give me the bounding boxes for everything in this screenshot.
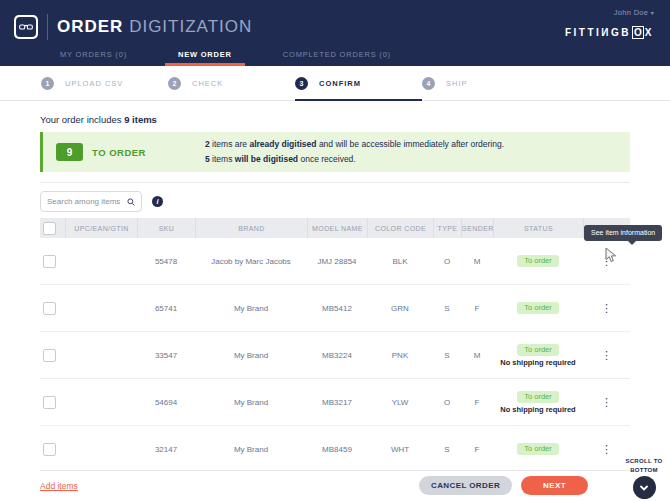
- cell-color-code: BLK: [367, 257, 433, 266]
- to-order-label: TO ORDER: [92, 147, 146, 158]
- cell-color-code: WHT: [367, 445, 433, 454]
- tab-completed-orders[interactable]: COMPLETED ORDERS (0): [281, 50, 393, 66]
- order-summary-alert: 9 TO ORDER 2 items are already digitised…: [40, 132, 630, 172]
- status-badge: To order: [517, 302, 559, 315]
- select-all-checkbox[interactable]: [43, 222, 56, 235]
- cell-brand: Jacob by Marc Jacobs: [195, 257, 307, 266]
- table-header-row: UPC/EAN/GTIN SKU BRAND MODEL NAME COLOR …: [40, 218, 630, 238]
- cell-brand: My Brand: [195, 398, 307, 407]
- glasses-logo-icon: [14, 15, 38, 39]
- cell-gender: M: [461, 257, 493, 266]
- column-header-brand: BRAND: [195, 218, 307, 238]
- main-tabs: MY ORDERS (0) NEW ORDER COMPLETED ORDERS…: [58, 50, 393, 66]
- cell-model: MB3217: [307, 398, 367, 407]
- logo-divider: [47, 14, 48, 40]
- column-header-model-name: MODEL NAME: [307, 218, 367, 238]
- cell-type: O: [433, 398, 461, 407]
- step-ship[interactable]: 4 SHIP: [422, 77, 549, 90]
- status-badge: To order: [517, 344, 559, 357]
- user-menu[interactable]: John Doe ▾: [565, 8, 654, 17]
- kebab-menu-icon[interactable]: ⋮: [601, 303, 612, 314]
- step-3-circle: 3: [295, 77, 308, 90]
- status-badge: To order: [517, 255, 559, 268]
- status-badge: To order: [517, 443, 559, 456]
- cell-type: S: [433, 445, 461, 454]
- cell-model: JMJ 28854: [307, 257, 367, 266]
- cell-type: S: [433, 351, 461, 360]
- top-bar: ORDER DIGITIZATION John Doe ▾ FITTIИGBOX…: [0, 0, 670, 66]
- column-header-sku: SKU: [137, 218, 195, 238]
- fittingbox-logo: FITTIИGBOX: [565, 26, 654, 39]
- cell-color-code: GRN: [367, 304, 433, 313]
- cell-sku: 33547: [137, 351, 195, 360]
- add-items-link[interactable]: Add items: [40, 481, 78, 491]
- kebab-menu-icon[interactable]: ⋮: [601, 397, 612, 408]
- kebab-menu-icon[interactable]: ⋮: [601, 444, 612, 455]
- scroll-to-bottom-button[interactable]: [633, 476, 656, 499]
- cell-model: MB3224: [307, 351, 367, 360]
- cell-brand: My Brand: [195, 445, 307, 454]
- row-checkbox[interactable]: [43, 443, 56, 456]
- shipping-note: No shipping required: [500, 406, 575, 414]
- digitisation-info-text: 2 items are already digitised and will b…: [205, 137, 504, 168]
- tab-my-orders[interactable]: MY ORDERS (0): [58, 50, 129, 66]
- column-header-color-code: COLOR CODE: [367, 218, 433, 238]
- column-header-gender: GENDER: [461, 218, 493, 238]
- scroll-to-bottom-label: SCROLL TO BOTTOM: [623, 457, 665, 474]
- row-checkbox[interactable]: [43, 302, 56, 315]
- scroll-to-bottom-widget: SCROLL TO BOTTOM: [623, 457, 665, 499]
- order-intro-text: Your order includes 9 items: [40, 114, 630, 125]
- table-row: 55478 Jacob by Marc Jacobs JMJ 28854 BLK…: [40, 238, 630, 285]
- table-row: 33547 My Brand MB3224 PNK S M To orderNo…: [40, 332, 630, 379]
- shipping-note: No shipping required: [500, 359, 575, 367]
- footer-bar: Add items CANCEL ORDER NEXT: [0, 470, 670, 501]
- step-2-circle: 2: [168, 77, 181, 90]
- column-header-type: TYPE: [433, 218, 461, 238]
- info-icon[interactable]: i: [152, 196, 163, 207]
- table-row: 54694 My Brand MB3217 YLW O F To orderNo…: [40, 379, 630, 426]
- cell-gender: M: [461, 351, 493, 360]
- cell-gender: F: [461, 445, 493, 454]
- cell-sku: 32147: [137, 445, 195, 454]
- step-1-circle: 1: [41, 77, 54, 90]
- step-upload-csv[interactable]: 1 UPLOAD CSV: [41, 77, 168, 90]
- cell-sku: 54694: [137, 398, 195, 407]
- cell-color-code: YLW: [367, 398, 433, 407]
- caret-down-icon: ▾: [651, 10, 654, 16]
- chevron-down-icon: [639, 483, 649, 493]
- row-checkbox[interactable]: [43, 349, 56, 362]
- cell-type: O: [433, 257, 461, 266]
- next-button[interactable]: NEXT: [521, 476, 588, 495]
- cell-gender: F: [461, 304, 493, 313]
- search-input[interactable]: [47, 197, 127, 206]
- row-checkbox[interactable]: [43, 255, 56, 268]
- user-name: John Doe: [614, 8, 649, 17]
- cell-color-code: PNK: [367, 351, 433, 360]
- cell-brand: My Brand: [195, 351, 307, 360]
- step-4-circle: 4: [422, 77, 435, 90]
- footer-divider: [40, 470, 630, 471]
- kebab-menu-icon[interactable]: ⋮: [601, 350, 612, 361]
- row-checkbox[interactable]: [43, 396, 56, 409]
- mouse-cursor-icon: [605, 247, 618, 263]
- active-step-underline: [295, 99, 422, 101]
- search-icon[interactable]: [127, 197, 135, 207]
- table-row: 32147 My Brand MB8459 WHT S F To order ⋮: [40, 426, 630, 471]
- column-header-upc: UPC/EAN/GTIN: [65, 218, 137, 238]
- status-badge: To order: [517, 391, 559, 404]
- search-box: [40, 191, 142, 212]
- section-divider: [40, 182, 630, 183]
- table-row: 65741 My Brand MB5412 GRN S F To order ⋮: [40, 285, 630, 332]
- items-table: UPC/EAN/GTIN SKU BRAND MODEL NAME COLOR …: [40, 218, 630, 471]
- order-digitization-page: ORDER DIGITIZATION John Doe ▾ FITTIИGBOX…: [0, 0, 670, 501]
- cell-sku: 65741: [137, 304, 195, 313]
- cell-gender: F: [461, 398, 493, 407]
- cancel-order-button[interactable]: CANCEL ORDER: [419, 476, 512, 495]
- app-logo-group: ORDER DIGITIZATION: [14, 14, 252, 40]
- cell-model: MB8459: [307, 445, 367, 454]
- step-confirm[interactable]: 3 CONFIRM: [295, 77, 422, 90]
- cell-type: S: [433, 304, 461, 313]
- tab-new-order[interactable]: NEW ORDER: [165, 50, 245, 66]
- cell-brand: My Brand: [195, 304, 307, 313]
- step-check[interactable]: 2 CHECK: [168, 77, 295, 90]
